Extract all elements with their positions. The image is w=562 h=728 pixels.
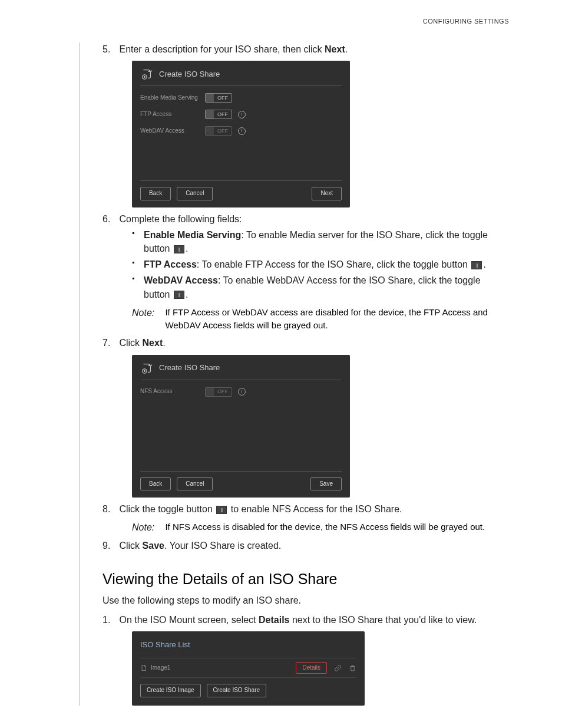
ftp-access-label: FTP Access bbox=[140, 110, 199, 119]
bullet-webdav: WebDAV Access: To enable WebDAV Access f… bbox=[132, 274, 509, 301]
step-5: Enter a description for your ISO share, … bbox=[103, 42, 509, 207]
ftp-access-toggle[interactable]: OFF bbox=[205, 110, 232, 119]
note-2: Note: If NFS Access is disabled for the … bbox=[132, 521, 509, 534]
dialog-title: Create ISO Share bbox=[159, 69, 220, 80]
svg-point-1 bbox=[144, 77, 145, 78]
cancel-button[interactable]: Cancel bbox=[177, 187, 213, 200]
create-iso-share-button[interactable]: Create ISO Share bbox=[207, 684, 266, 697]
dialog-create-iso-share-2: Create ISO Share NFS Access OFF i Back C… bbox=[132, 355, 350, 498]
toggle-icon bbox=[471, 261, 482, 269]
view-step-1: On the ISO Mount screen, select Details … bbox=[103, 613, 509, 706]
toggle-icon bbox=[174, 291, 184, 299]
section-intro: Use the following steps to modify an ISO… bbox=[103, 594, 509, 607]
main-content: Enter a description for your ISO share, … bbox=[80, 42, 509, 706]
webdav-access-label: WebDAV Access bbox=[140, 127, 199, 136]
media-serving-label: Enable Media Serving bbox=[140, 94, 199, 103]
dialog-title: Create ISO Share bbox=[159, 363, 220, 374]
svg-point-4 bbox=[143, 368, 147, 373]
nfs-access-label: NFS Access bbox=[140, 387, 199, 396]
list-row: Image1 Details bbox=[140, 658, 356, 678]
step-6: Complete the following fields: Enable Me… bbox=[103, 212, 509, 332]
media-serving-toggle[interactable]: OFF bbox=[205, 93, 232, 103]
save-button[interactable]: Save bbox=[310, 477, 342, 491]
step-7: Click Next. Create ISO Share NFS Access … bbox=[103, 336, 509, 498]
link-icon[interactable] bbox=[334, 664, 342, 672]
info-icon[interactable]: i bbox=[238, 127, 246, 135]
back-button[interactable]: Back bbox=[140, 187, 171, 200]
list-title: ISO Share List bbox=[140, 640, 356, 651]
webdav-access-toggle[interactable]: OFF bbox=[205, 126, 232, 136]
list-item-name: Image1 bbox=[151, 664, 170, 673]
svg-point-5 bbox=[144, 370, 145, 371]
note-1: Note: If FTP Access or WebDAV access are… bbox=[132, 306, 509, 332]
details-button[interactable]: Details bbox=[296, 662, 327, 674]
bullet-media: Enable Media Serving: To enable Media se… bbox=[132, 228, 509, 255]
iso-share-list-panel: ISO Share List Image1 Details Create ISO… bbox=[132, 631, 365, 706]
next-button[interactable]: Next bbox=[312, 187, 342, 200]
nfs-access-toggle[interactable]: OFF bbox=[205, 387, 232, 397]
svg-point-0 bbox=[143, 75, 147, 79]
header-section-title: CONFIGURING SETTINGS bbox=[53, 18, 509, 25]
iso-share-icon bbox=[140, 68, 153, 81]
toggle-icon bbox=[174, 245, 184, 253]
cancel-button[interactable]: Cancel bbox=[177, 477, 213, 491]
step-9: Click Save. Your ISO Share is created. bbox=[103, 539, 509, 552]
file-icon bbox=[140, 664, 147, 671]
step-8: Click the toggle button to enable NFS Ac… bbox=[103, 502, 509, 534]
create-iso-image-button[interactable]: Create ISO Image bbox=[140, 684, 201, 697]
section-heading: Viewing the Details of an ISO Share bbox=[103, 571, 509, 588]
info-icon[interactable]: i bbox=[238, 388, 246, 396]
iso-share-icon bbox=[140, 362, 153, 375]
trash-icon[interactable] bbox=[349, 664, 356, 672]
bullet-ftp: FTP Access: To enable FTP Access for the… bbox=[132, 258, 509, 271]
info-icon[interactable]: i bbox=[238, 111, 246, 118]
toggle-icon bbox=[216, 506, 227, 514]
dialog-create-iso-share-1: Create ISO Share Enable Media Serving OF… bbox=[132, 61, 350, 207]
back-button[interactable]: Back bbox=[140, 477, 171, 491]
